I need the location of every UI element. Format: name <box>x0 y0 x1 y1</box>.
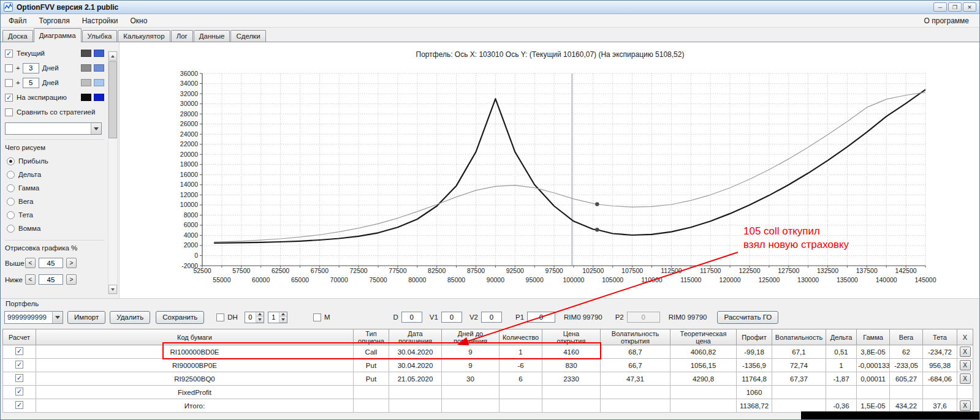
tab-log[interactable]: Лог <box>171 30 193 42</box>
scrollbar-thumb[interactable] <box>108 61 117 138</box>
row-calc-cell[interactable]: ✓ <box>3 372 36 386</box>
row-calc-cell[interactable]: ✓ <box>3 386 36 399</box>
tab-diagram[interactable]: Диаграмма <box>34 28 82 42</box>
below-percent-input[interactable] <box>39 274 63 285</box>
dh-spinner-1[interactable] <box>245 312 264 323</box>
days5-checkbox[interactable] <box>5 79 13 87</box>
menu-window[interactable]: Окно <box>124 15 154 27</box>
row-calc-checkbox[interactable]: ✓ <box>15 361 23 369</box>
spin-down-icon[interactable] <box>256 317 264 323</box>
current-color-swatch-1[interactable] <box>81 50 91 57</box>
col-header-11[interactable]: Дельта <box>826 329 857 345</box>
col-header-9[interactable]: Профит <box>737 329 772 345</box>
tab-deals[interactable]: Сделки <box>230 30 265 42</box>
row-calc-cell[interactable]: ✓ <box>3 399 36 413</box>
draw-option-5[interactable]: Вомма <box>5 222 104 235</box>
days5-input[interactable] <box>23 78 39 88</box>
tab-smile[interactable]: Улыбка <box>82 30 118 42</box>
draw-option-4[interactable]: Тета <box>5 208 104 222</box>
p2-input[interactable] <box>627 312 660 323</box>
expiration-checkbox[interactable]: ✓ <box>5 94 13 102</box>
draw-option-0[interactable]: Прибыль <box>5 154 104 168</box>
col-header-2[interactable]: Тип опциона <box>354 329 389 345</box>
above-decrease-button[interactable]: < <box>25 258 36 268</box>
v1-input[interactable] <box>441 312 462 323</box>
dh-spinner-2[interactable] <box>268 312 287 323</box>
days5-color-swatch-1[interactable] <box>81 79 91 86</box>
calc-go-button[interactable]: Рассчитать ГО <box>717 311 778 324</box>
sidebar-scrollbar[interactable] <box>108 51 118 294</box>
days3-input[interactable] <box>23 63 39 73</box>
m-checkbox[interactable] <box>313 313 321 321</box>
days3-checkbox[interactable] <box>5 64 13 72</box>
row-calc-cell[interactable]: ✓ <box>3 359 36 372</box>
import-button[interactable]: Импорт <box>67 311 105 324</box>
col-header-0[interactable]: Расчет <box>3 329 36 345</box>
dh-checkbox[interactable] <box>216 313 224 321</box>
tab-board[interactable]: Доска <box>2 30 33 42</box>
col-header-3[interactable]: Дата погашения <box>389 329 442 345</box>
menu-file[interactable]: Файл <box>2 15 33 27</box>
p1-input[interactable] <box>527 312 555 323</box>
draw-option-1[interactable]: Дельта <box>5 168 104 181</box>
row-delete-button[interactable]: X <box>960 400 971 411</box>
col-header-4[interactable]: Дней до погашения <box>442 329 499 345</box>
save-button[interactable]: Сохранить <box>156 311 204 324</box>
col-header-7[interactable]: Волатильность открытия <box>601 329 670 345</box>
col-header-15[interactable]: X <box>957 329 973 345</box>
row-delete-button[interactable]: X <box>960 373 971 384</box>
spin-up-icon[interactable] <box>256 312 264 318</box>
col-header-6[interactable]: Цена открытия <box>542 329 601 345</box>
d-input[interactable] <box>401 312 422 323</box>
expiration-color-swatch-2[interactable] <box>94 94 104 101</box>
menu-settings[interactable]: Настройки <box>76 15 124 27</box>
row-delete-button[interactable]: X <box>960 360 971 370</box>
draw-option-3[interactable]: Вега <box>5 195 104 208</box>
row-calc-checkbox[interactable]: ✓ <box>15 347 23 355</box>
col-header-14[interactable]: Тета <box>923 329 957 345</box>
maximize-button[interactable]: ❐ <box>948 2 962 12</box>
row-calc-checkbox[interactable]: ✓ <box>15 374 23 382</box>
menu-trading[interactable]: Торговля <box>33 15 76 27</box>
row-delete-button[interactable]: X <box>960 347 971 357</box>
days3-color-swatch-1[interactable] <box>81 64 91 72</box>
menu-about[interactable]: О программе <box>924 17 978 25</box>
minimize-button[interactable]: ─ <box>933 2 947 12</box>
compare-strategy-checkbox[interactable] <box>5 108 13 116</box>
col-header-5[interactable]: Количество <box>499 329 542 345</box>
close-button[interactable]: ✕ <box>963 2 976 12</box>
days3-color-swatch-2[interactable] <box>94 64 104 72</box>
row-calc-checkbox[interactable]: ✓ <box>15 388 23 396</box>
profit-chart[interactable]: -200002000400060008000100001200014000160… <box>120 42 980 299</box>
v2-input[interactable] <box>481 312 502 323</box>
above-increase-button[interactable]: > <box>66 258 77 268</box>
row-calc-checkbox[interactable]: ✓ <box>15 401 23 409</box>
account-dropdown[interactable]: 9999999999 <box>4 311 63 324</box>
current-color-swatch-2[interactable] <box>94 50 104 57</box>
above-percent-input[interactable] <box>39 258 63 268</box>
tab-data[interactable]: Данные <box>194 30 230 42</box>
row-calc-cell[interactable]: ✓ <box>3 345 36 359</box>
expiration-color-swatch-1[interactable] <box>81 94 91 101</box>
col-header-8[interactable]: Теоретическая цена <box>670 329 737 345</box>
dh-spinner-1-input[interactable] <box>245 312 256 323</box>
scroll-up-icon[interactable] <box>108 51 117 61</box>
draw-option-2[interactable]: Гамма <box>5 181 104 195</box>
strategy-dropdown[interactable] <box>5 122 102 135</box>
below-decrease-button[interactable]: < <box>25 274 36 285</box>
below-increase-button[interactable]: > <box>66 274 77 285</box>
spin-down-icon[interactable] <box>279 317 287 323</box>
chevron-down-icon[interactable] <box>91 123 101 134</box>
spin-up-icon[interactable] <box>279 312 287 318</box>
tab-calculator[interactable]: Калькулятор <box>118 30 170 42</box>
col-header-1[interactable]: Код бумаги <box>36 329 354 345</box>
col-header-12[interactable]: Гамма <box>857 329 890 345</box>
scroll-down-icon[interactable] <box>108 285 117 294</box>
dh-spinner-2-input[interactable] <box>268 312 279 323</box>
chevron-down-icon[interactable] <box>52 312 63 323</box>
col-header-13[interactable]: Вега <box>890 329 923 345</box>
delete-button[interactable]: Удалить <box>110 311 150 324</box>
days5-color-swatch-2[interactable] <box>94 79 104 86</box>
current-checkbox[interactable]: ✓ <box>5 50 13 58</box>
col-header-10[interactable]: Волатильность <box>772 329 826 345</box>
